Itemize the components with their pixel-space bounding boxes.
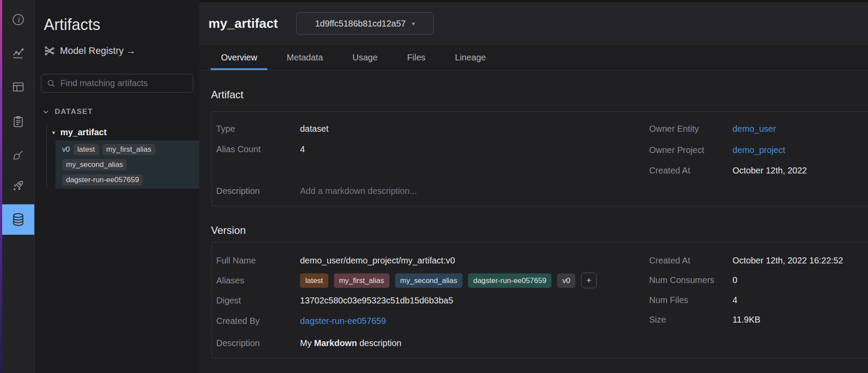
num-consumers-label: Num Consumers xyxy=(649,275,733,285)
description-text: My xyxy=(300,338,314,348)
version-created-at-label: Created At xyxy=(649,256,733,266)
full-name-label: Full Name xyxy=(216,256,300,266)
page-title: my_artifact xyxy=(208,16,278,31)
field-size: Size 11.9KB xyxy=(649,312,760,327)
artifact-description-placeholder[interactable]: Add a markdown description... xyxy=(300,186,417,196)
tree-version-label: v0 xyxy=(62,145,70,154)
created-by-link[interactable]: dagster-run-ee057659 xyxy=(300,316,386,326)
artifact-section-title: Artifact xyxy=(211,89,244,101)
num-files-value: 4 xyxy=(733,295,737,305)
artifacts-sidebar: Artifacts Model Registry → DATASET xyxy=(35,0,199,373)
alias-badge-my-second-alias: my_second_alias xyxy=(395,273,462,288)
alias-badge-dagster-run: dagster-run-ee057659 xyxy=(468,273,551,288)
field-created-by: Created By dagster-run-ee057659 xyxy=(216,313,386,329)
info-icon[interactable]: i xyxy=(2,13,34,26)
field-artifact-created-at: Created At October 12th, 2022 xyxy=(649,163,807,178)
model-registry-link[interactable]: Model Registry → xyxy=(44,45,136,57)
tree-alias-badge: latest xyxy=(73,144,99,155)
owner-project-link[interactable]: demo_project xyxy=(733,145,785,155)
charts-icon[interactable] xyxy=(2,47,34,60)
version-panel: Full Name demo_user/demo_project/my_arti… xyxy=(211,242,868,358)
version-id-value: 1d9ffc5186b81cd12a57 xyxy=(315,19,406,29)
field-num-consumers: Num Consumers 0 xyxy=(649,272,737,288)
version-description-label: Description xyxy=(216,338,300,348)
artifacts-database-icon[interactable] xyxy=(2,204,34,235)
tab-files[interactable]: Files xyxy=(397,45,436,70)
sweeps-broom-icon[interactable] xyxy=(2,149,34,162)
triangle-down-icon: ▼ xyxy=(51,130,56,135)
tab-lineage[interactable]: Lineage xyxy=(445,45,496,70)
tree-version-row-2: my_second_alias xyxy=(62,159,127,170)
alias-badge-latest: latest xyxy=(300,273,328,288)
field-artifact-description: Description Add a markdown description..… xyxy=(216,183,417,199)
field-alias-count: Alias Count 4 xyxy=(216,141,305,157)
tab-usage[interactable]: Usage xyxy=(342,45,388,70)
field-full-name: Full Name demo_user/demo_project/my_arti… xyxy=(216,253,455,268)
digest-value: 13702c580c03e95323c51db15d6b3ba5 xyxy=(300,296,453,306)
full-name-value: demo_user/demo_project/my_artifact:v0 xyxy=(300,256,455,266)
search-icon xyxy=(46,79,56,88)
tree-group-dataset[interactable]: DATASET xyxy=(43,107,93,116)
reports-icon[interactable] xyxy=(2,115,34,128)
tree-alias-badge: my_first_alias xyxy=(102,144,155,155)
field-digest: Digest 13702c580c03e95323c51db15d6b3ba5 xyxy=(216,293,453,308)
version-section-title: Version xyxy=(211,224,246,236)
tables-icon[interactable] xyxy=(2,80,34,93)
type-value: dataset xyxy=(300,124,329,134)
version-id-dropdown[interactable]: 1d9ffc5186b81cd12a57 ▾ xyxy=(296,12,434,35)
size-value: 11.9KB xyxy=(733,315,760,325)
overview-content: Artifact Type dataset Alias Count 4 Desc… xyxy=(199,70,868,373)
field-type: Type dataset xyxy=(216,121,329,137)
tree-group-label: DATASET xyxy=(55,107,93,116)
caret-down-icon: ▾ xyxy=(412,20,415,27)
version-description-value: My Markdown description xyxy=(300,338,401,348)
tree-artifact-name: my_artifact xyxy=(60,127,107,137)
model-registry-icon xyxy=(44,45,55,57)
add-alias-button[interactable]: + xyxy=(581,273,597,288)
field-version-created-at: Created At October 12th, 2022 16:22:52 xyxy=(649,253,843,268)
tree-version-row-1: v0 latest my_first_alias xyxy=(62,143,155,155)
model-registry-label: Model Registry → xyxy=(60,45,136,57)
svg-text:i: i xyxy=(17,16,20,24)
artifact-description-label: Description xyxy=(216,186,300,196)
tree-item-my-artifact[interactable]: ▼ my_artifact xyxy=(51,127,107,137)
artifact-panel: Type dataset Alias Count 4 Description A… xyxy=(211,111,868,206)
owner-entity-link[interactable]: demo_user xyxy=(733,124,776,134)
artifact-search-box xyxy=(41,74,193,93)
num-files-label: Num Files xyxy=(649,295,733,305)
tree-indent-line xyxy=(46,123,47,188)
aliases-label: Aliases xyxy=(216,276,300,286)
alias-badge-list: latest my_first_alias my_second_alias da… xyxy=(300,273,597,288)
tree-version-row-3: dagster-run-ee057659 xyxy=(62,174,143,186)
field-owner-project: Owner Project demo_project xyxy=(649,142,785,158)
nav-rail: i xyxy=(0,0,35,373)
field-aliases: Aliases latest my_first_alias my_second_… xyxy=(216,273,597,288)
sidebar-title: Artifacts xyxy=(44,16,100,34)
description-bold-text: Markdown xyxy=(314,338,357,348)
main-panel: my_artifact 1d9ffc5186b81cd12a57 ▾ Overv… xyxy=(199,0,868,373)
artifact-created-at-label: Created At xyxy=(649,166,733,176)
artifact-created-at-value: October 12th, 2022 xyxy=(733,166,807,176)
alias-badge-my-first-alias: my_first_alias xyxy=(334,273,389,288)
tree-alias-badge: my_second_alias xyxy=(62,159,127,170)
description-text: description xyxy=(357,338,401,348)
alias-count-label: Alias Count xyxy=(216,144,300,154)
search-input[interactable] xyxy=(60,78,193,88)
digest-label: Digest xyxy=(216,296,300,306)
tree-alias-badge: dagster-run-ee057659 xyxy=(62,174,143,186)
owner-project-label: Owner Project xyxy=(649,145,733,155)
launch-rocket-icon[interactable] xyxy=(2,179,34,192)
field-num-files: Num Files 4 xyxy=(649,292,737,308)
chevron-down-icon xyxy=(43,109,49,115)
tab-bar: Overview Metadata Usage Files Lineage xyxy=(199,45,868,70)
alias-badge-v0: v0 xyxy=(557,273,575,288)
type-label: Type xyxy=(216,124,300,134)
tab-overview[interactable]: Overview xyxy=(211,45,267,70)
tab-metadata[interactable]: Metadata xyxy=(276,45,333,70)
alias-count-value: 4 xyxy=(300,144,305,154)
created-by-label: Created By xyxy=(216,316,300,326)
owner-entity-label: Owner Entity xyxy=(649,124,733,134)
artifact-header: my_artifact 1d9ffc5186b81cd12a57 ▾ xyxy=(199,2,868,45)
tree-version-item-selected[interactable]: v0 latest my_first_alias my_second_alias… xyxy=(56,140,199,189)
version-created-at-value: October 12th, 2022 16:22:52 xyxy=(733,256,843,266)
